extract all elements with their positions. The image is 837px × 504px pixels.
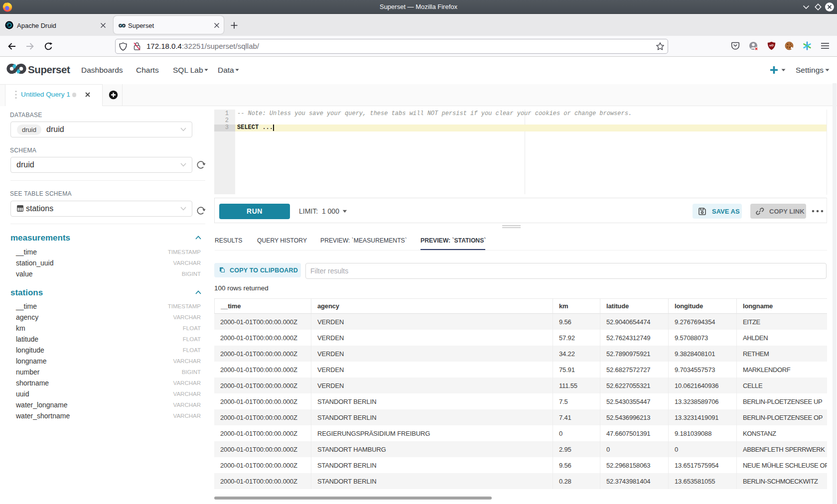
svg-text:uO: uO [769,44,774,47]
